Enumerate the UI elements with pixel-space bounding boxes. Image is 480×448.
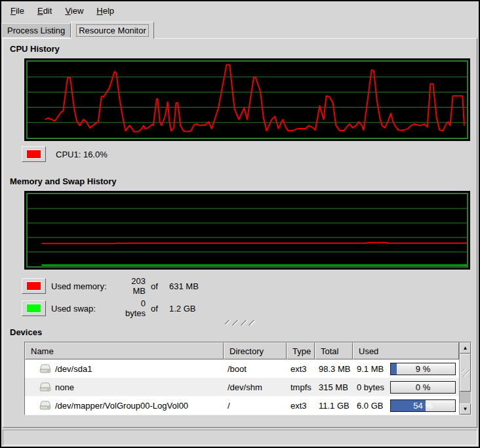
scrollbar-trough[interactable] <box>460 392 471 403</box>
used-swap-value: 0 bytes <box>119 298 146 318</box>
cpu1-color-swatch <box>26 150 41 159</box>
device-used: 9.1 MB <box>357 364 390 374</box>
device-directory: /boot <box>224 364 287 374</box>
used-memory-legend: Used memory: 203 MB of 631 MB <box>22 276 470 292</box>
app-window: File Edit View Help Process Listing Reso… <box>0 0 480 448</box>
column-header-directory[interactable]: Directory <box>224 342 287 359</box>
swap-color-swatch <box>26 304 41 313</box>
table-row[interactable]: none /dev/shm tmpfs 315 MB 0 bytes 0 % <box>25 378 459 396</box>
column-header-name[interactable]: Name <box>25 342 224 359</box>
menu-view[interactable]: View <box>60 4 89 18</box>
device-directory: /dev/shm <box>224 382 287 392</box>
resource-monitor-page: CPU History CPU1: 16.0% Memory and Swap … <box>3 38 477 428</box>
device-type: tmpfs <box>287 382 315 392</box>
device-name: none <box>55 382 74 392</box>
pane-handle-row <box>10 319 470 326</box>
menubar: File Edit View Help <box>1 1 479 20</box>
tab-resource-monitor[interactable]: Resource Monitor <box>71 22 154 39</box>
scroll-up-icon: ▲ <box>463 346 468 351</box>
disk-icon <box>39 401 51 410</box>
status-bar <box>3 430 477 445</box>
scrollbar-grip-icon <box>462 369 470 377</box>
scroll-up-button[interactable]: ▲ <box>460 342 471 354</box>
scrollbar-thumb[interactable] <box>460 354 471 392</box>
table-row[interactable]: /dev/sda1 /boot ext3 98.3 MB 9.1 MB 9 % <box>25 359 459 378</box>
tab-process-listing-label: Process Listing <box>7 26 65 35</box>
memory-total-value: 631 MB <box>169 281 470 291</box>
swap-total-value: 1.2 GB <box>169 304 470 314</box>
used-memory-of: of <box>151 281 164 291</box>
used-swap-legend: Used swap: 0 bytes of 1.2 GB <box>22 298 470 314</box>
scroll-down-button[interactable]: ▼ <box>460 403 471 415</box>
cpu-legend: CPU1: 16.0% <box>22 146 470 162</box>
device-type: ext3 <box>287 401 315 411</box>
disk-icon <box>39 364 51 373</box>
used-memory-line <box>41 243 467 244</box>
swap-color-button[interactable] <box>22 300 46 316</box>
vertical-scrollbar[interactable]: ▲ ▼ <box>459 342 471 415</box>
device-name: /dev/mapper/VolGroup00-LogVol00 <box>55 401 188 411</box>
tab-bar: Process Listing Resource Monitor <box>1 20 479 38</box>
disk-icon <box>39 382 51 392</box>
devices-table: Name Directory Type Total Used /dev/sd <box>24 342 471 415</box>
usage-progress-bar: 54 % <box>390 399 456 412</box>
usage-progress-bar: 9 % <box>390 363 456 375</box>
table-row[interactable]: /dev/mapper/VolGroup00-LogVol00 / ext3 1… <box>25 396 459 415</box>
devices-table-body: Name Directory Type Total Used /dev/sd <box>25 342 459 415</box>
used-swap-label: Used swap: <box>51 304 114 314</box>
cpu1-color-button[interactable] <box>22 146 46 162</box>
usage-progress-bar: 0 % <box>390 381 456 394</box>
memory-color-button[interactable] <box>22 278 46 294</box>
usage-percent-label: 9 % <box>391 363 455 375</box>
used-memory-value: 203 MB <box>119 276 146 296</box>
cpu-history-plot <box>26 60 468 139</box>
device-total: 98.3 MB <box>315 364 353 374</box>
device-directory: / <box>224 401 287 411</box>
pane-resize-handle[interactable] <box>225 320 255 325</box>
devices-table-header: Name Directory Type Total Used <box>25 342 459 359</box>
devices-title: Devices <box>10 327 470 339</box>
cpu1-line <box>45 65 464 132</box>
column-header-total[interactable]: Total <box>315 342 353 359</box>
tab-resource-monitor-label: Resource Monitor <box>77 25 148 36</box>
device-used: 0 bytes <box>357 382 390 392</box>
device-total: 11.1 GB <box>315 401 353 411</box>
cpu1-legend-label: CPU1: 16.0% <box>56 150 108 159</box>
usage-percent-label: 0 % <box>391 382 455 393</box>
memory-swap-graph <box>24 191 470 270</box>
menu-file[interactable]: File <box>5 4 30 18</box>
column-header-used[interactable]: Used <box>353 342 459 359</box>
device-type: ext3 <box>287 364 315 374</box>
tab-process-listing[interactable]: Process Listing <box>1 23 71 38</box>
scroll-down-icon: ▼ <box>463 407 468 412</box>
usage-percent-label: 54 % <box>391 400 455 411</box>
used-swap-of: of <box>151 304 164 314</box>
menu-edit[interactable]: Edit <box>32 4 57 18</box>
memory-history-title: Memory and Swap History <box>10 176 470 188</box>
cpu-history-graph <box>24 58 470 141</box>
device-name: /dev/sda1 <box>55 364 92 374</box>
cpu-history-title: CPU History <box>10 44 470 56</box>
column-header-type[interactable]: Type <box>287 342 315 359</box>
menu-help[interactable]: Help <box>91 4 119 18</box>
device-used: 6.0 GB <box>357 401 390 411</box>
memory-color-swatch <box>26 281 41 291</box>
used-memory-label: Used memory: <box>51 281 114 291</box>
device-total: 315 MB <box>315 382 353 392</box>
memory-swap-plot <box>26 193 468 268</box>
